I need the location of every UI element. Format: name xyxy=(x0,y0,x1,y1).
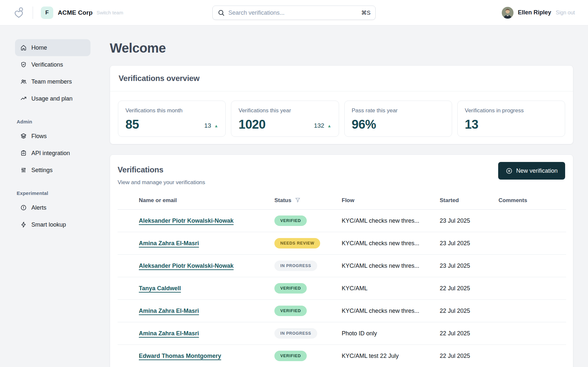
status-badge: VERIFIED xyxy=(274,283,307,294)
team-initial-badge: F xyxy=(41,7,53,19)
status-badge: VERIFIED xyxy=(274,306,307,316)
page-title: Welcome xyxy=(110,41,573,56)
sidebar-item-label: Verifications xyxy=(31,61,63,68)
verification-name-link[interactable]: Aleksander Piotr Kowalski-Nowak xyxy=(139,263,234,269)
user-menu: Ellen Ripley Sign out xyxy=(502,7,575,19)
table-row: Amina Zahra El-Masri NEEDS REVIEW KYC/AM… xyxy=(118,232,566,255)
delta-up-icon: ▲ xyxy=(327,124,332,128)
sidebar-item-settings[interactable]: Settings xyxy=(15,162,90,179)
zap-icon xyxy=(20,221,27,228)
started-cell: 23 Jul 2025 xyxy=(440,255,498,277)
verification-name-link[interactable]: Amina Zahra El-Masri xyxy=(139,330,199,337)
sidebar-section-experimental: Experimental xyxy=(17,190,90,196)
started-cell: 23 Jul 2025 xyxy=(440,210,498,232)
verification-name-link[interactable]: Aleksander Piotr Kowalski-Nowak xyxy=(139,217,234,224)
circle-plus-icon xyxy=(506,168,513,174)
sidebar-item-home[interactable]: Home xyxy=(15,39,90,56)
flow-cell: KYC/AML test 22 July xyxy=(342,345,440,367)
sidebar-item-team-members[interactable]: Team members xyxy=(15,73,90,90)
column-header-status: Status xyxy=(274,193,342,210)
sidebar-item-flows[interactable]: Flows xyxy=(15,128,90,145)
sidebar-item-verifications[interactable]: Verifications xyxy=(15,56,90,73)
sliders-icon xyxy=(20,167,27,173)
comments-cell xyxy=(498,300,566,322)
started-cell: 23 Jul 2025 xyxy=(440,232,498,255)
status-badge: VERIFIED xyxy=(274,215,307,226)
new-verification-label: New verification xyxy=(516,168,558,174)
overview-title: Verifications overview xyxy=(119,74,564,83)
avatar[interactable] xyxy=(502,7,514,19)
sidebar-item-alerts[interactable]: Alerts xyxy=(15,199,90,216)
verification-name-link[interactable]: Amina Zahra El-Masri xyxy=(139,240,199,247)
stat-card-verifications-this-year: Verifications this year 1020 132 ▲ xyxy=(231,101,339,137)
brand-logo-icon xyxy=(13,7,25,19)
verifications-subtitle: View and manage your verifications xyxy=(118,179,205,186)
flow-cell: KYC/AML xyxy=(342,277,440,300)
switch-team-link[interactable]: Switch team xyxy=(96,10,123,15)
sidebar-item-usage-and-plan[interactable]: Usage and plan xyxy=(15,90,90,107)
verifications-card: Verifications View and manage your verif… xyxy=(110,154,573,367)
trending-up-icon xyxy=(20,95,27,102)
layers-icon xyxy=(20,133,27,139)
search-bar[interactable]: ⌘S xyxy=(212,6,376,20)
sidebar-item-smart-lookup[interactable]: Smart lookup xyxy=(15,216,90,233)
table-row: Amina Zahra El-Masri VERIFIED KYC/AML ch… xyxy=(118,300,566,322)
shield-check-icon xyxy=(20,61,27,68)
comments-cell xyxy=(498,277,566,300)
comments-cell xyxy=(498,322,566,345)
sidebar: Home Verifications Team members Usage an… xyxy=(0,25,101,233)
new-verification-button[interactable]: New verification xyxy=(498,162,565,180)
sidebar-item-label: API integration xyxy=(31,150,70,157)
sidebar-item-api-integration[interactable]: API integration xyxy=(15,145,90,162)
started-cell: 22 Jul 2025 xyxy=(440,345,498,367)
status-badge: VERIFIED xyxy=(274,351,307,361)
verification-name-link[interactable]: Amina Zahra El-Masri xyxy=(139,308,199,314)
column-header-name: Name or email xyxy=(118,193,274,210)
stat-card-pass-rate-this-year: Pass rate this year 96% xyxy=(344,101,452,137)
comments-cell xyxy=(498,210,566,232)
started-cell: 22 Jul 2025 xyxy=(440,277,498,300)
code-box-icon xyxy=(20,150,27,156)
table-row: Tanya Caldwell VERIFIED KYC/AML 22 Jul 2… xyxy=(118,277,566,300)
users-icon xyxy=(20,78,27,85)
verification-name-link[interactable]: Tanya Caldwell xyxy=(139,285,181,292)
stat-card-verifications-in-progress: Verifications in progress 13 xyxy=(457,101,565,137)
sign-out-link[interactable]: Sign out xyxy=(556,10,575,16)
stat-delta: 132 ▲ xyxy=(314,122,332,129)
sidebar-item-label: Home xyxy=(31,44,47,51)
main-content: Welcome Verifications overview Verificat… xyxy=(101,25,588,367)
comments-cell xyxy=(498,255,566,277)
stat-value: 85 xyxy=(125,118,139,131)
alert-circle-icon xyxy=(20,204,27,211)
status-badge: NEEDS REVIEW xyxy=(274,238,320,248)
column-header-flow: Flow xyxy=(342,193,440,210)
column-header-comments: Comments xyxy=(498,193,566,210)
stat-card-verifications-this-month: Verifications this month 85 13 ▲ xyxy=(118,101,226,137)
table-header-row: Name or email Status Flow Started Commen… xyxy=(118,193,566,210)
column-header-started: Started xyxy=(440,193,498,210)
stat-delta-value: 132 xyxy=(314,122,324,129)
flow-cell: Photo ID only xyxy=(342,322,440,345)
search-input[interactable] xyxy=(228,9,358,16)
flow-cell: KYC/AML checks new thres... xyxy=(342,300,440,322)
status-badge: IN PROGRESS xyxy=(274,261,317,271)
stat-label: Pass rate this year xyxy=(352,107,445,114)
comments-cell xyxy=(498,232,566,255)
search-icon xyxy=(218,9,225,16)
user-name: Ellen Ripley xyxy=(518,9,551,16)
started-cell: 22 Jul 2025 xyxy=(440,322,498,345)
stat-value: 13 xyxy=(465,118,478,131)
filter-icon[interactable] xyxy=(295,197,301,203)
table-row: Amina Zahra El-Masri IN PROGRESS Photo I… xyxy=(118,322,566,345)
sidebar-item-label: Flows xyxy=(31,133,47,140)
table-row: Aleksander Piotr Kowalski-Nowak VERIFIED… xyxy=(118,210,566,232)
stat-delta: 13 ▲ xyxy=(204,122,218,129)
sidebar-section-admin: Admin xyxy=(17,119,90,124)
app-header: F ACME Corp Switch team ⌘S Ellen Ripley … xyxy=(0,0,588,25)
header-divider xyxy=(33,7,33,19)
team-name: ACME Corp xyxy=(58,9,92,16)
stat-label: Verifications in progress xyxy=(465,107,558,114)
verification-name-link[interactable]: Edward Thomas Montgomery xyxy=(139,353,221,359)
flow-cell: KYC/AML checks new thres... xyxy=(342,255,440,277)
sidebar-item-label: Alerts xyxy=(31,204,46,211)
